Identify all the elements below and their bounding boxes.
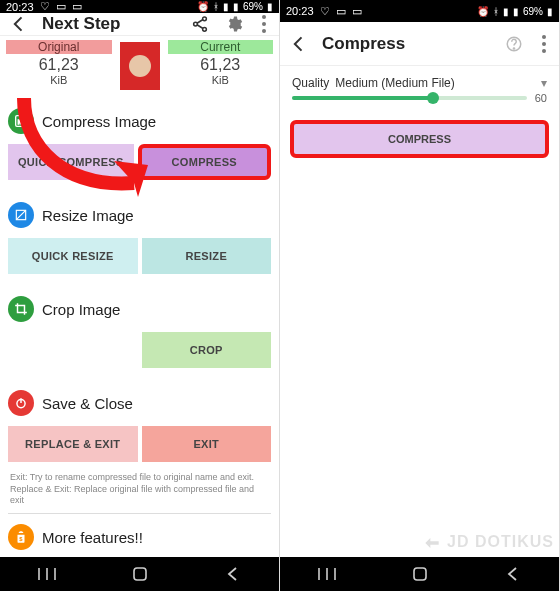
battery-text-r: 69% [523, 6, 543, 17]
crop-icon [8, 296, 34, 322]
app-bar: Next Step [0, 13, 279, 36]
current-size: Current 61,23 KiB [162, 36, 280, 96]
svg-point-14 [542, 35, 546, 39]
status-time-r: 20:23 [286, 5, 314, 17]
svg-point-5 [262, 29, 266, 33]
compress-main-button[interactable]: COMPRESS [290, 120, 549, 158]
signal-icon: ▮ [223, 1, 229, 12]
original-value: 61,23 [6, 56, 112, 74]
original-size: Original 61,23 KiB [0, 36, 118, 96]
notif-icon2: ▭ [72, 0, 82, 13]
power-icon [8, 390, 34, 416]
svg-point-13 [513, 47, 514, 48]
svg-point-3 [262, 15, 266, 19]
left-screen: 20:23 ♡ ▭ ▭ ⏰ ᚼ ▮ ▮ 69% ▮ Next Step [0, 0, 280, 591]
alarm-icon: ⏰ [197, 1, 209, 12]
slider-value: 60 [535, 92, 547, 104]
size-panel: Original 61,23 KiB Current 61,23 KiB [0, 36, 279, 96]
nav-back-r[interactable] [498, 564, 528, 584]
bt-icon-r: ᚼ [493, 6, 499, 17]
original-tag: Original [6, 40, 112, 54]
svg-rect-17 [414, 568, 426, 580]
quick-compress-button[interactable]: QUICK COMPRESS [8, 144, 134, 180]
compress-section: KB Compress Image QUICK COMPRESS COMPRES… [0, 96, 279, 190]
more-head: More features!! [42, 529, 143, 546]
current-tag: Current [168, 40, 274, 54]
quality-label: Quality [292, 76, 329, 90]
save-section: Save & Close REPLACE & EXIT EXIT Exit: T… [0, 378, 279, 514]
gear-icon[interactable] [223, 13, 245, 35]
battery-icon: ▮ [267, 1, 273, 12]
back-icon-r[interactable] [288, 33, 310, 55]
current-value: 61,23 [168, 56, 274, 74]
resize-icon [8, 202, 34, 228]
nav-home[interactable] [125, 564, 155, 584]
quick-resize-button[interactable]: QUICK RESIZE [8, 238, 138, 274]
resize-head: Resize Image [42, 207, 134, 224]
status-bar: 20:23 ♡ ▭ ▭ ⏰ ᚼ ▮ ▮ 69% ▮ [0, 0, 279, 13]
signal-icon2-r: ▮ [513, 6, 519, 17]
current-unit: KiB [168, 74, 274, 86]
original-unit: KiB [6, 74, 112, 86]
watermark: JD DOTIKUS [422, 533, 554, 553]
nav-recent[interactable] [32, 564, 62, 584]
signal-icon-r: ▮ [503, 6, 509, 17]
quality-slider-row: 60 [280, 92, 559, 116]
heart-icon: ♡ [40, 0, 50, 13]
page-title-r: Compress [322, 34, 491, 54]
save-note: Exit: Try to rename compressed file to o… [8, 472, 271, 514]
quality-value: Medium (Medium File) [335, 76, 454, 90]
nav-back[interactable] [218, 564, 248, 584]
notif-icon-r: ▭ [336, 5, 346, 18]
compress-icon: KB [8, 108, 34, 134]
overflow-icon-r[interactable] [537, 33, 551, 55]
image-thumbnail[interactable] [120, 42, 160, 90]
nav-home-r[interactable] [405, 564, 435, 584]
battery-text: 69% [243, 1, 263, 12]
back-icon[interactable] [8, 13, 30, 35]
dropdown-icon[interactable]: ▾ [541, 76, 547, 90]
exit-button[interactable]: EXIT [142, 426, 272, 462]
battery-icon-r: ▮ [547, 6, 553, 17]
heart-icon-r: ♡ [320, 5, 330, 18]
svg-point-15 [542, 42, 546, 46]
notif-icon: ▭ [56, 0, 66, 13]
notif-icon2-r: ▭ [352, 5, 362, 18]
svg-point-4 [262, 22, 266, 26]
crop-button[interactable]: CROP [142, 332, 272, 368]
crop-head: Crop Image [42, 301, 120, 318]
page-title: Next Step [42, 14, 177, 34]
right-screen: 20:23 ♡ ▭ ▭ ⏰ ᚼ ▮ ▮ 69% ▮ Compress Quali… [280, 0, 560, 591]
nav-bar-r [280, 557, 559, 591]
quality-row[interactable]: Quality Medium (Medium File) ▾ [280, 66, 559, 92]
slider-thumb[interactable] [427, 92, 439, 104]
help-icon[interactable] [503, 33, 525, 55]
nav-recent-r[interactable] [312, 564, 342, 584]
nav-bar [0, 557, 279, 591]
share-icon[interactable] [189, 13, 211, 35]
replace-exit-button[interactable]: REPLACE & EXIT [8, 426, 138, 462]
status-time: 20:23 [6, 1, 34, 13]
quality-slider[interactable] [292, 96, 527, 100]
compress-button[interactable]: COMPRESS [138, 144, 272, 180]
compress-head: Compress Image [42, 113, 156, 130]
save-head: Save & Close [42, 395, 133, 412]
alarm-icon-r: ⏰ [477, 6, 489, 17]
money-icon: $ [8, 524, 34, 550]
status-bar-r: 20:23 ♡ ▭ ▭ ⏰ ᚼ ▮ ▮ 69% ▮ [280, 0, 559, 22]
overflow-icon[interactable] [257, 13, 271, 35]
svg-rect-11 [134, 568, 146, 580]
signal-icon2: ▮ [233, 1, 239, 12]
app-bar-r: Compress [280, 22, 559, 66]
svg-text:KB: KB [18, 119, 26, 125]
resize-button[interactable]: RESIZE [142, 238, 272, 274]
svg-point-16 [542, 49, 546, 53]
resize-section: Resize Image QUICK RESIZE RESIZE [0, 190, 279, 284]
bt-icon: ᚼ [213, 1, 219, 12]
crop-section: Crop Image CROP [0, 284, 279, 378]
